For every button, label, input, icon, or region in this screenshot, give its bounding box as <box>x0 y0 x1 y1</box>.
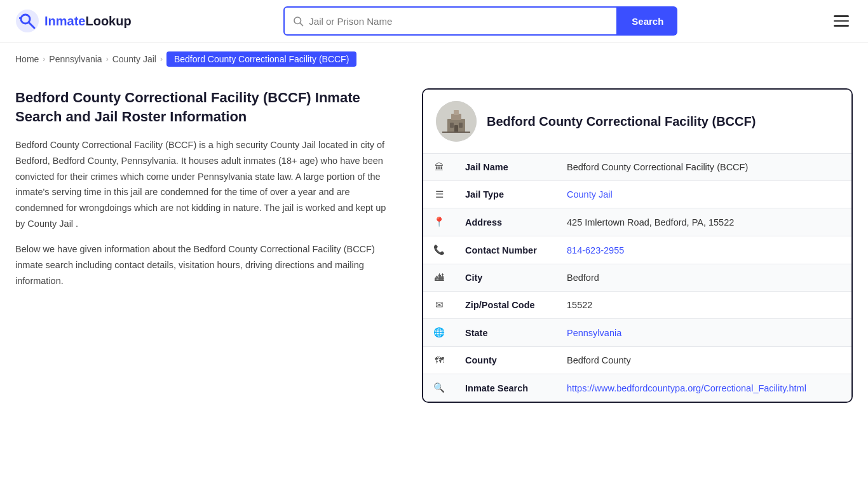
table-row: ☰Jail TypeCounty Jail <box>423 181 851 208</box>
row-icon: 🗺 <box>423 347 455 374</box>
row-icon: 📍 <box>423 208 455 236</box>
row-icon: 🏙 <box>423 264 455 292</box>
row-label: Inmate Search <box>455 374 557 402</box>
facility-card: Bedford County Correctional Facility (BC… <box>422 88 853 403</box>
search-wrapper <box>283 6 618 36</box>
header: InmateLookup Search <box>0 0 868 43</box>
search-button[interactable]: Search <box>618 6 677 36</box>
table-row: 📍Address425 Imlertown Road, Bedford, PA,… <box>423 208 851 236</box>
row-value: 425 Imlertown Road, Bedford, PA, 15522 <box>557 208 851 236</box>
right-column: Bedford County Correctional Facility (BC… <box>422 88 853 403</box>
chevron-icon-3: › <box>160 55 163 64</box>
row-link[interactable]: 814-623-2955 <box>567 245 624 255</box>
svg-rect-10 <box>450 123 454 128</box>
row-label: County <box>455 347 557 374</box>
row-link[interactable]: https://www.bedfordcountypa.org/Correcti… <box>567 383 806 393</box>
card-header: Bedford County Correctional Facility (BC… <box>423 90 851 154</box>
table-row: 📞Contact Number814-623-2955 <box>423 236 851 264</box>
row-label: Contact Number <box>455 236 557 264</box>
search-area: Search <box>283 6 677 36</box>
svg-rect-3 <box>19 17 21 19</box>
table-row: 🏙CityBedford <box>423 264 851 292</box>
row-icon: 🏛 <box>423 154 455 181</box>
row-value: Bedford County Correctional Facility (BC… <box>557 154 851 181</box>
row-label: Address <box>455 208 557 236</box>
svg-rect-9 <box>454 110 459 115</box>
row-value: 15522 <box>557 292 851 319</box>
hamburger-menu[interactable] <box>830 11 853 30</box>
hamburger-line-2 <box>834 20 849 22</box>
row-value[interactable]: County Jail <box>557 181 851 208</box>
hamburger-line-3 <box>834 25 849 27</box>
svg-rect-13 <box>442 132 470 133</box>
facility-avatar <box>436 101 477 142</box>
facility-heading: Bedford County Correctional Facility (BC… <box>15 88 397 126</box>
row-label: Jail Name <box>455 154 557 181</box>
svg-point-0 <box>16 10 39 32</box>
table-row: 🔍Inmate Searchhttps://www.bedfordcountyp… <box>423 374 851 402</box>
row-value[interactable]: https://www.bedfordcountypa.org/Correcti… <box>557 374 851 402</box>
row-link[interactable]: Pennsylvania <box>567 328 621 338</box>
table-row: 🏛Jail NameBedford County Correctional Fa… <box>423 154 851 181</box>
row-link[interactable]: County Jail <box>567 189 613 200</box>
search-input[interactable] <box>309 16 609 27</box>
table-row: 🗺CountyBedford County <box>423 347 851 374</box>
logo-text: InmateLookup <box>44 14 132 29</box>
row-value: Bedford County <box>557 347 851 374</box>
building-icon <box>436 101 477 142</box>
logo-link[interactable]: InmateLookup <box>15 9 132 33</box>
card-title: Bedford County Correctional Facility (BC… <box>487 114 756 129</box>
hamburger-line-1 <box>834 15 849 17</box>
row-value[interactable]: Pennsylvania <box>557 319 851 347</box>
left-column: Bedford County Correctional Facility (BC… <box>15 88 422 403</box>
search-icon <box>292 15 304 27</box>
chevron-icon-1: › <box>43 55 45 64</box>
breadcrumb-home[interactable]: Home <box>15 54 39 64</box>
breadcrumb-state[interactable]: Pennsylvania <box>49 54 102 64</box>
row-label: Jail Type <box>455 181 557 208</box>
main-content: Bedford County Correctional Facility (BC… <box>0 76 868 416</box>
svg-rect-11 <box>459 123 463 128</box>
chevron-icon-2: › <box>106 55 109 64</box>
svg-line-5 <box>301 23 303 25</box>
row-icon: ☰ <box>423 181 455 208</box>
row-label: Zip/Postal Code <box>455 292 557 319</box>
table-row: ✉Zip/Postal Code15522 <box>423 292 851 319</box>
facility-desc-1: Bedford County Correctional Facility (BC… <box>15 137 397 231</box>
row-value[interactable]: 814-623-2955 <box>557 236 851 264</box>
table-row: 🌐StatePennsylvania <box>423 319 851 347</box>
row-label: City <box>455 264 557 292</box>
breadcrumb-current: Bedford County Correctional Facility (BC… <box>166 51 356 67</box>
facility-desc-2: Below we have given information about th… <box>15 241 397 288</box>
row-icon: 🔍 <box>423 374 455 402</box>
breadcrumb: Home › Pennsylvania › County Jail › Bedf… <box>0 43 868 76</box>
breadcrumb-county-jail[interactable]: County Jail <box>112 54 156 64</box>
row-icon: 📞 <box>423 236 455 264</box>
row-icon: 🌐 <box>423 319 455 347</box>
row-label: State <box>455 319 557 347</box>
row-value: Bedford <box>557 264 851 292</box>
info-table: 🏛Jail NameBedford County Correctional Fa… <box>423 154 851 402</box>
row-icon: ✉ <box>423 292 455 319</box>
logo-icon <box>15 9 39 33</box>
